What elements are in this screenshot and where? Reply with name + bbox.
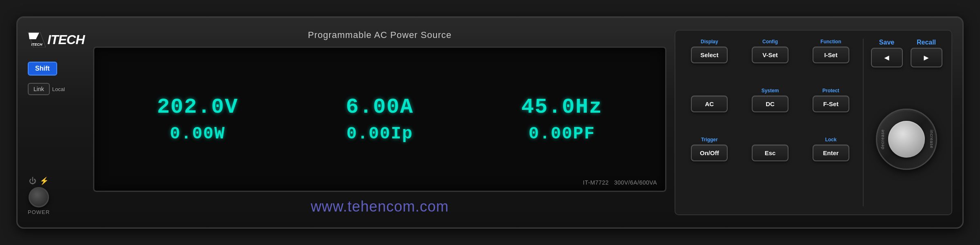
frequency-display: 45.0Hz	[517, 95, 607, 119]
fset-label: Protect	[822, 88, 839, 94]
save-label: Save	[879, 39, 894, 46]
brand-name: ITECH	[47, 32, 85, 47]
iset-label: Function	[820, 39, 841, 45]
recall-button[interactable]: ►	[911, 48, 942, 67]
save-cell: Save ◄	[871, 39, 903, 67]
logo-area: ITECH ITECH	[28, 32, 85, 47]
save-button[interactable]: ◄	[871, 48, 903, 67]
voltage-display: 202.0V	[153, 95, 243, 119]
onoff-label: Trigger	[701, 137, 718, 143]
model-info: IT-M7722 300V/6A/600VA	[583, 179, 657, 186]
esc-label-top	[769, 137, 771, 143]
onoff-button[interactable]: On/Off	[691, 145, 728, 161]
dc-button[interactable]: DC	[752, 96, 788, 112]
select-cell: Display Select	[682, 39, 737, 84]
fset-cell: Protect F-Set	[803, 88, 859, 133]
model-name: IT-M7722	[583, 179, 609, 186]
link-local-row: Link Local	[28, 83, 65, 95]
decrease-label: decrease	[880, 129, 885, 149]
device-chassis: ITECH ITECH Shift Link Local ⏻ ⚡ POWER P…	[16, 16, 964, 229]
vset-button[interactable]: V-Set	[752, 47, 788, 63]
dc-label: System	[762, 88, 779, 94]
knob-area: decrease increase	[869, 72, 944, 206]
product-title: Programmable AC Power Source	[93, 30, 666, 40]
ac-button[interactable]: AC	[691, 96, 728, 112]
enter-cell: Lock Enter	[803, 137, 859, 182]
local-label: Local	[52, 86, 65, 92]
increase-label: increase	[930, 130, 934, 149]
left-panel: ITECH ITECH Shift Link Local ⏻ ⚡ POWER	[28, 30, 85, 215]
save-recall-panel: Save ◄ Recall ► decrease increase	[866, 37, 947, 208]
right-section: Display Select Config V-Set Function I-S…	[675, 30, 952, 215]
power-knob-area: ⏻ ⚡ POWER	[28, 176, 50, 215]
display-screen: 202.0V 6.00A 45.0Hz 0.00W 0.00Ip 0.00PF …	[93, 47, 666, 192]
divider	[863, 39, 864, 206]
recall-label: Recall	[917, 39, 936, 46]
esc-button[interactable]: Esc	[752, 145, 788, 161]
model-specs	[610, 179, 612, 186]
center-panel: Programmable AC Power Source 202.0V 6.00…	[93, 30, 666, 215]
dc-cell: System DC	[742, 88, 798, 133]
pf-display: 0.00PF	[521, 124, 603, 144]
logo-icon: ITECH	[28, 32, 46, 47]
select-label: Display	[701, 39, 718, 45]
svg-text:ITECH: ITECH	[31, 42, 43, 47]
current-display: 6.00A	[335, 95, 425, 119]
current2-display: 0.00Ip	[339, 124, 421, 144]
esc-cell: Esc	[742, 137, 798, 182]
onoff-cell: Trigger On/Off	[682, 137, 737, 182]
vset-label: Config	[762, 39, 778, 45]
save-recall-row: Save ◄ Recall ►	[869, 39, 944, 67]
usb-icon-2: ⚡	[40, 176, 49, 185]
ac-cell: AC	[682, 88, 737, 133]
link-button[interactable]: Link	[28, 83, 50, 95]
power-label: POWER	[28, 209, 50, 215]
knob-inner	[888, 121, 925, 158]
fset-button[interactable]: F-Set	[813, 96, 849, 112]
display-row-2: 0.00W 0.00Ip 0.00PF	[107, 124, 653, 144]
shift-button[interactable]: Shift	[28, 62, 57, 76]
ac-label-top	[709, 88, 710, 94]
select-button[interactable]: Select	[691, 47, 728, 63]
recall-cell: Recall ►	[911, 39, 942, 67]
button-grid: Display Select Config V-Set Function I-S…	[679, 37, 861, 208]
iset-button[interactable]: I-Set	[813, 47, 849, 63]
encoder-knob[interactable]	[876, 109, 937, 170]
display-row-1: 202.0V 6.00A 45.0Hz	[107, 95, 653, 119]
usb-icons: ⏻ ⚡	[29, 176, 49, 185]
watermark: www.tehencom.com	[93, 198, 666, 215]
usb-icon-1: ⏻	[29, 177, 36, 185]
knob-container: decrease increase	[876, 109, 937, 170]
power-knob[interactable]	[29, 187, 49, 207]
enter-label: Lock	[825, 137, 837, 143]
power-display: 0.00W	[157, 124, 238, 144]
vset-cell: Config V-Set	[742, 39, 798, 84]
enter-button[interactable]: Enter	[813, 145, 849, 161]
iset-cell: Function I-Set	[803, 39, 859, 84]
model-specs-val: 300V/6A/600VA	[614, 179, 657, 186]
